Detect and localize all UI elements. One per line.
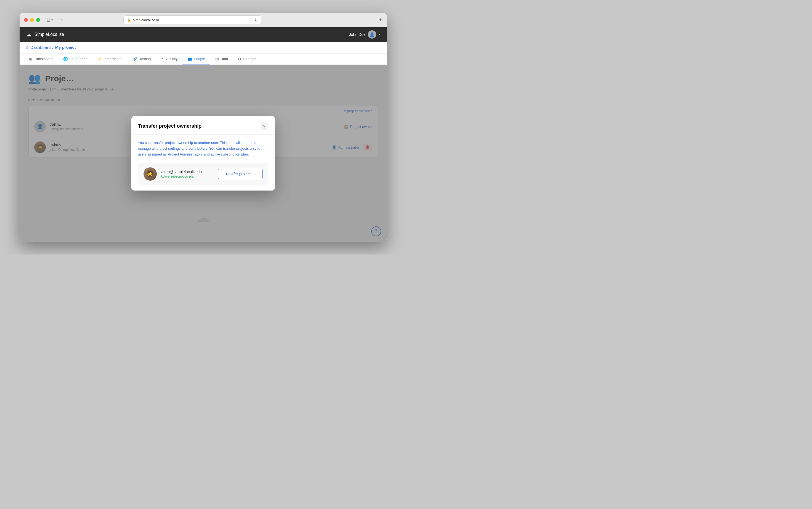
cloud-icon: ☁ (26, 31, 32, 38)
breadcrumb-current-project: My project (55, 45, 76, 49)
tab-translations-label: Translations (34, 57, 53, 61)
app-logo: ☁ SimpleLocalize (26, 31, 64, 38)
people-icon: 👥 (187, 57, 192, 61)
data-icon: 🗂 (215, 57, 219, 61)
tab-languages[interactable]: 🌐 Languages (58, 54, 92, 65)
breadcrumb: ⌂ Dashboard / My project (20, 42, 387, 54)
user-dropdown-chevron[interactable]: ▾ (378, 33, 380, 36)
user-area: John Doe 👤 ▾ (349, 30, 380, 39)
sidebar-toggle-icon: ⊡ (46, 18, 50, 23)
transfer-user-status: Active subscription plan (161, 174, 214, 178)
tab-settings-label: Settings (243, 57, 256, 61)
avatar-icon: 👤 (370, 32, 374, 37)
nav-tabs: ⊞ Translations 🌐 Languages ⚡ Integration… (20, 54, 387, 65)
translations-icon: ⊞ (29, 57, 32, 61)
modal-description: You can transfer project ownership to an… (138, 140, 268, 157)
minimize-traffic-light[interactable] (30, 18, 34, 22)
nav-arrows: ‹ › (57, 17, 63, 23)
modal-dialog: Transfer project ownership × You can tra… (131, 116, 275, 190)
avatar[interactable]: 👤 (368, 30, 376, 39)
tab-hosting[interactable]: 🔗 Hosting (127, 54, 156, 65)
traffic-lights (24, 18, 40, 22)
breadcrumb-separator: / (53, 45, 54, 49)
modal-title: Transfer project ownership (138, 123, 202, 129)
tab-translations[interactable]: ⊞ Translations (24, 54, 58, 65)
user-name: John Doe (349, 32, 366, 37)
breadcrumb-dashboard[interactable]: Dashboard (30, 45, 51, 49)
modal-overlay: Transfer project ownership × You can tra… (20, 65, 387, 242)
sidebar-toggle-chevron: ▾ (51, 18, 53, 22)
modal-header: Transfer project ownership × (131, 116, 275, 135)
url-text: simplelocalize.io (133, 18, 159, 22)
tab-activity[interactable]: 〰 Activity (156, 54, 182, 65)
transfer-project-button[interactable]: Transfer project → (218, 169, 263, 179)
activity-icon: 〰 (161, 57, 164, 61)
fullscreen-traffic-light[interactable] (36, 18, 40, 22)
integrations-icon: ⚡ (97, 57, 102, 61)
transfer-user-info: jakub@simplelocalize.io Active subscript… (161, 170, 214, 178)
transfer-button-label: Transfer project (224, 172, 251, 176)
main-content: 👥 Proje… Invite project adm… members for… (20, 65, 387, 242)
lock-icon: 🔒 (127, 18, 131, 22)
tab-hosting-label: Hosting (138, 57, 151, 61)
languages-icon: 🌐 (63, 57, 68, 61)
app-header: ☁ SimpleLocalize John Doe 👤 ▾ (20, 27, 387, 42)
close-traffic-light[interactable] (24, 18, 28, 22)
tab-integrations[interactable]: ⚡ Integrations (92, 54, 127, 65)
sidebar-toggle[interactable]: ⊡ ▾ (46, 18, 53, 23)
title-bar: ⊡ ▾ ‹ › 🔒 simplelocalize.io ↻ + (20, 13, 387, 27)
forward-button[interactable]: › (61, 17, 63, 23)
back-button[interactable]: ‹ (57, 17, 59, 23)
new-tab-button[interactable]: + (379, 17, 382, 23)
tab-people[interactable]: 👥 People (182, 54, 210, 65)
tab-data[interactable]: 🗂 Data (210, 54, 233, 65)
tab-settings[interactable]: ⚙ Settings (233, 54, 261, 65)
transfer-button-icon: → (253, 172, 257, 176)
browser-window: ⊡ ▾ ‹ › 🔒 simplelocalize.io ↻ + ☁ Simple… (20, 13, 387, 242)
transfer-user-avatar: 🧔 (144, 167, 157, 180)
transfer-user-email: jakub@simplelocalize.io (161, 170, 214, 174)
tab-integrations-label: Integrations (103, 57, 122, 61)
transfer-user-avatar-face: 🧔 (146, 170, 154, 177)
modal-body: You can transfer project ownership to an… (131, 135, 275, 190)
hosting-icon: 🔗 (132, 57, 137, 61)
tab-people-label: People (194, 57, 205, 61)
tab-languages-label: Languages (69, 57, 87, 61)
refresh-icon[interactable]: ↻ (254, 18, 258, 22)
settings-icon: ⚙ (238, 57, 242, 61)
app-name: SimpleLocalize (34, 32, 64, 37)
home-icon: ⌂ (26, 45, 29, 50)
modal-close-button[interactable]: × (260, 122, 268, 130)
tab-activity-label: Activity (166, 57, 178, 61)
transfer-user-card: 🧔 jakub@simplelocalize.io Active subscri… (138, 163, 268, 185)
url-bar[interactable]: 🔒 simplelocalize.io ↻ (123, 15, 261, 24)
tab-data-label: Data (221, 57, 228, 61)
